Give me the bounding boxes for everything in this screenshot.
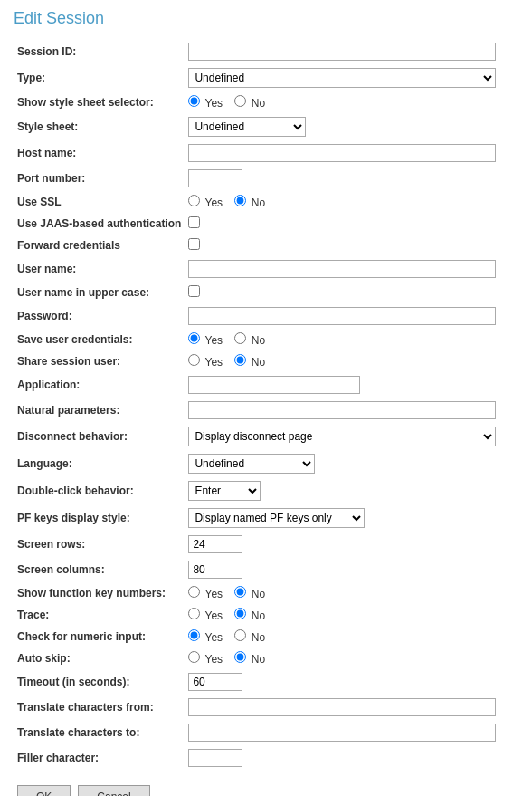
show-style-radio-group: Yes No (188, 97, 274, 110)
natural-parameters-row: Natural parameters: (14, 398, 518, 423)
translate-to-input[interactable] (188, 724, 496, 742)
screen-rows-row: Screen rows: (14, 532, 518, 557)
share-session-no-radio[interactable] (234, 354, 246, 366)
translate-from-row: Translate characters from: (14, 695, 518, 720)
auto-skip-yes-label: Yes (188, 653, 225, 666)
forward-credentials-label: Forward credentials (14, 235, 185, 256)
filler-char-input[interactable] (188, 749, 242, 767)
type-select[interactable]: Undefined (188, 68, 496, 88)
show-style-no-radio[interactable] (234, 95, 246, 107)
share-session-row: Share session user: Yes No (14, 350, 518, 372)
auto-skip-label: Auto skip: (14, 647, 185, 669)
application-input[interactable] (188, 376, 360, 394)
translate-from-input[interactable] (188, 698, 496, 716)
double-click-row: Double-click behavior: Enter (14, 477, 518, 504)
disconnect-label: Disconnect behavior: (14, 423, 185, 450)
password-label: Password: (14, 303, 185, 329)
disconnect-select[interactable]: Display disconnect page (188, 427, 496, 446)
page-title: Edit Session (14, 9, 518, 28)
check-numeric-no-label: No (234, 631, 265, 644)
style-sheet-select[interactable]: Undefined (188, 117, 306, 137)
password-input[interactable] (188, 307, 496, 325)
style-sheet-row: Style sheet: Undefined (14, 113, 518, 140)
user-name-row: User name: (14, 256, 518, 282)
trace-yes-radio[interactable] (188, 608, 200, 619)
use-ssl-yes-label: Yes (188, 197, 225, 209)
natural-parameters-input[interactable] (188, 401, 496, 419)
auto-skip-no-radio[interactable] (234, 651, 246, 663)
cancel-button[interactable]: Cancel (78, 785, 149, 796)
user-name-upper-checkbox[interactable] (188, 285, 200, 297)
type-label: Type: (14, 64, 185, 91)
save-credentials-label: Save user credentials: (14, 329, 185, 350)
use-ssl-no-radio[interactable] (234, 195, 246, 206)
trace-row: Trace: Yes No (14, 604, 518, 626)
screen-columns-row: Screen columns: (14, 557, 518, 582)
pf-keys-label: PF keys display style: (14, 504, 185, 532)
translate-from-label: Translate characters from: (14, 695, 185, 720)
share-session-yes-label: Yes (188, 356, 225, 369)
pf-keys-row: PF keys display style: Display named PF … (14, 504, 518, 532)
use-jaas-checkbox[interactable] (188, 216, 200, 228)
save-credentials-radio-group: Yes No (188, 334, 274, 347)
timeout-row: Timeout (in seconds): (14, 669, 518, 695)
filler-char-row: Filler character: (14, 745, 518, 771)
user-name-input[interactable] (188, 260, 496, 278)
use-ssl-no-label: No (234, 197, 265, 209)
password-row: Password: (14, 303, 518, 329)
timeout-input[interactable] (188, 673, 242, 691)
timeout-label: Timeout (in seconds): (14, 669, 185, 695)
form-table: Session ID: Type: Undefined Show style s… (14, 39, 518, 771)
check-numeric-yes-label: Yes (188, 631, 225, 644)
save-credentials-no-radio[interactable] (234, 332, 246, 344)
screen-rows-input[interactable] (188, 535, 242, 553)
show-style-yes-label: Yes (188, 97, 225, 110)
user-name-upper-label: User name in upper case: (14, 282, 185, 303)
language-select[interactable]: Undefined (188, 454, 315, 474)
auto-skip-radio-group: Yes No (188, 653, 274, 666)
user-name-label: User name: (14, 256, 185, 282)
share-session-label: Share session user: (14, 350, 185, 372)
check-numeric-yes-radio[interactable] (188, 629, 200, 641)
auto-skip-yes-radio[interactable] (188, 651, 200, 663)
screen-columns-label: Screen columns: (14, 557, 185, 582)
use-jaas-label: Use JAAS-based authentication (14, 213, 185, 235)
pf-keys-select[interactable]: Display named PF keys only (188, 508, 365, 528)
check-numeric-no-radio[interactable] (234, 629, 246, 641)
session-id-label: Session ID: (14, 39, 185, 64)
show-style-yes-radio[interactable] (188, 95, 200, 107)
show-function-yes-radio[interactable] (188, 586, 200, 598)
natural-parameters-label: Natural parameters: (14, 398, 185, 423)
host-name-row: Host name: (14, 140, 518, 166)
auto-skip-row: Auto skip: Yes No (14, 647, 518, 669)
ok-button[interactable]: OK (17, 785, 71, 796)
disconnect-row: Disconnect behavior: Display disconnect … (14, 423, 518, 450)
screen-columns-input[interactable] (188, 561, 242, 579)
host-name-label: Host name: (14, 140, 185, 166)
button-row: OK Cancel (14, 785, 518, 796)
use-ssl-radio-group: Yes No (188, 197, 274, 209)
share-session-yes-radio[interactable] (188, 354, 200, 366)
save-credentials-yes-radio[interactable] (188, 332, 200, 344)
check-numeric-label: Check for numeric input: (14, 626, 185, 647)
show-function-no-radio[interactable] (234, 586, 246, 598)
host-name-input[interactable] (188, 144, 496, 162)
trace-no-radio[interactable] (234, 608, 246, 619)
double-click-select[interactable]: Enter (188, 481, 261, 501)
show-function-label: Show function key numbers: (14, 582, 185, 604)
port-number-row: Port number: (14, 166, 518, 191)
type-row: Type: Undefined (14, 64, 518, 91)
share-session-radio-group: Yes No (188, 356, 274, 369)
port-number-input[interactable] (188, 169, 242, 187)
check-numeric-row: Check for numeric input: Yes No (14, 626, 518, 647)
auto-skip-no-label: No (234, 653, 265, 666)
forward-credentials-checkbox[interactable] (188, 238, 200, 250)
port-number-label: Port number: (14, 166, 185, 191)
use-ssl-row: Use SSL Yes No (14, 191, 518, 213)
session-id-input[interactable] (188, 43, 496, 61)
use-ssl-yes-radio[interactable] (188, 195, 200, 206)
language-row: Language: Undefined (14, 450, 518, 477)
page-container: Edit Session Session ID: Type: Undefined (0, 0, 532, 796)
trace-yes-label: Yes (188, 609, 225, 622)
show-function-radio-group: Yes No (188, 588, 274, 600)
